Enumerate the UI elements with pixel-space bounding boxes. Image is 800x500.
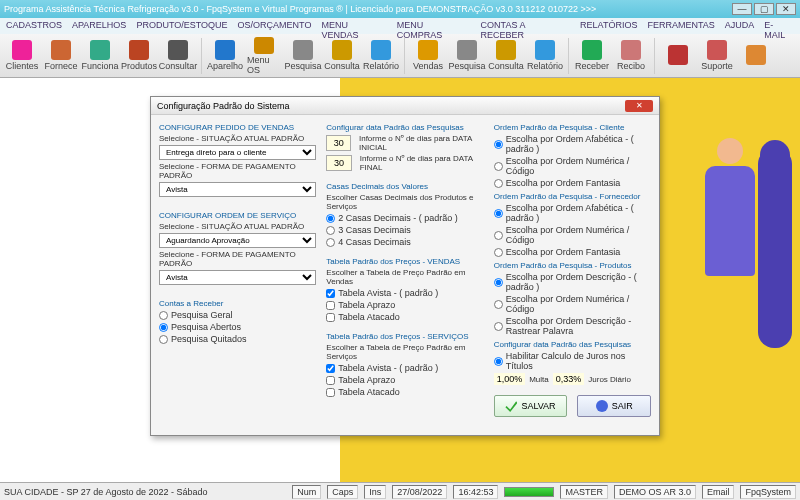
dias-final-input[interactable]: 30 [326,155,351,171]
toolbar-icon [129,40,149,60]
pesquisa-quitados-radio[interactable]: Pesquisa Quitados [159,334,316,344]
toolbar-aparelho[interactable]: Aparelho [207,36,243,76]
label: Escolher a Tabela de Preço Padrão em Ser… [326,343,483,361]
menu-bar: CADASTROSAPARELHOSPRODUTO/ESTOQUEOS/ORÇA… [0,18,800,34]
dias-inicial-input[interactable]: 30 [326,135,351,151]
toolbar-btn16[interactable] [660,36,696,76]
menu-item[interactable]: CADASTROS [6,20,62,32]
window-controls: — ▢ ✕ [732,3,796,15]
close-button[interactable]: ✕ [776,3,796,15]
toolbar-consulta[interactable]: Consulta [324,36,360,76]
status-version: DEMO OS AR 3.0 [614,485,696,499]
salvar-button[interactable]: SALVAR [494,395,568,417]
toolbar-icon [332,40,352,60]
toolbar-produtos[interactable]: Produtos [121,36,157,76]
menu-item[interactable]: CONTAS A RECEBER [481,20,570,32]
ordem-cliente-header: Ordem Padrão da Pesquisa - Cliente [494,123,651,132]
menu-item[interactable]: AJUDA [725,20,755,32]
cli-num-radio[interactable]: Escolha por Ordem Numérica / Código [494,156,651,176]
menu-item[interactable]: PRODUTO/ESTOQUE [136,20,227,32]
multa-value[interactable]: 1,00% [494,373,526,385]
forn-fant-radio[interactable]: Escolha por Ordem Fantasia [494,247,651,257]
menu-item[interactable]: OS/ORÇAMENTO [238,20,312,32]
menu-item[interactable]: E-MAIL [764,20,794,32]
ordem-prod-header: Ordem Padrão da Pesquisa - Produtos [494,261,651,270]
toolbar-btn18[interactable] [738,36,774,76]
tab-avista-v-check[interactable]: Tabela Avista - ( padrão ) [326,288,483,298]
casas3-radio[interactable]: 3 Casas Decimais [326,225,483,235]
situacao-vendas-select[interactable]: Entrega direto para o cliente [159,145,316,160]
toolbar-suporte[interactable]: Suporte [699,36,735,76]
ordem-forn-header: Ordem Padrão da Pesquisa - Fornecedor [494,192,651,201]
toolbar-funciona[interactable]: Funciona [82,36,118,76]
habilitar-juros-radio[interactable]: Habilitar Calculo de Juros nos Títulos [494,351,651,371]
label: Selecione - FORMA DE PAGAMENTO PADRÃO [159,162,316,180]
dialog-col-1: CONFIGURAR PEDIDO DE VENDAS Selecione - … [159,121,316,429]
tab-atacado-s-check[interactable]: Tabela Atacado [326,387,483,397]
toolbar-menu os[interactable]: Menu OS [246,36,282,76]
status-email[interactable]: Email [702,485,735,499]
label: Selecione - SITUAÇÃO ATUAL PADRÃO [159,222,316,231]
numlock-indicator: Num [292,485,321,499]
casas2-radio[interactable]: 2 Casas Decimais - ( padrão ) [326,213,483,223]
tabela-vendas-header: Tabela Padrão dos Preços - VENDAS [326,257,483,266]
menu-item[interactable]: FERRAMENTAS [647,20,714,32]
pesquisa-geral-radio[interactable]: Pesquisa Geral [159,310,316,320]
capslock-indicator: Caps [327,485,358,499]
prod-rastr-radio[interactable]: Escolha por Ordem Descrição - Rastrear P… [494,316,651,336]
dialog-close-button[interactable]: ✕ [625,100,653,112]
cli-fant-radio[interactable]: Escolha por Ordem Fantasia [494,178,651,188]
toolbar-consulta[interactable]: Consulta [488,36,524,76]
toolbar-consultar[interactable]: Consultar [160,36,196,76]
insert-indicator: Ins [364,485,386,499]
pagamento-vendas-select[interactable]: Avista [159,182,316,197]
forn-num-radio[interactable]: Escolha por Ordem Numérica / Código [494,225,651,245]
toolbar-icon [668,45,688,65]
toolbar-icon [293,40,313,60]
toolbar-pesquisa[interactable]: Pesquisa [449,36,485,76]
toolbar-relatório[interactable]: Relatório [527,36,563,76]
toolbar-icon [496,40,516,60]
tab-aprazo-v-check[interactable]: Tabela Aprazo [326,300,483,310]
forn-alfa-radio[interactable]: Escolha por Ordem Afabética - ( padrão ) [494,203,651,223]
window-titlebar: Programa Assistência Técnica Refrigeraçã… [0,0,800,18]
status-location: SUA CIDADE - SP 27 de Agosto de 2022 - S… [4,487,207,497]
juros-header: Configurar data Padrão das Pesquisas [494,340,651,349]
toolbar-clientes[interactable]: Clientes [4,36,40,76]
vendas-header: CONFIGURAR PEDIDO DE VENDAS [159,123,316,132]
cli-alfa-radio[interactable]: Escolha por Ordem Afabética - ( padrão ) [494,134,651,154]
toolbar-vendas[interactable]: Vendas [410,36,446,76]
prod-num-radio[interactable]: Escolha por Ordem Numérica / Código [494,294,651,314]
menu-item[interactable]: MENU COMPRAS [397,20,471,32]
dialog-titlebar: Configuração Padrão do Sistema ✕ [151,97,659,115]
juros-value[interactable]: 0,33% [553,373,585,385]
toolbar-icon [418,40,438,60]
toolbar-receber[interactable]: Receber [574,36,610,76]
label: Escolher Casas Decimais dos Produtos e S… [326,193,483,211]
toolbar-icon [621,40,641,60]
menu-item[interactable]: APARELHOS [72,20,126,32]
menu-item[interactable]: MENU VENDAS [321,20,386,32]
sair-button[interactable]: SAIR [577,395,651,417]
toolbar-relatório[interactable]: Relatório [363,36,399,76]
menu-item[interactable]: RELATÓRIOS [580,20,637,32]
check-icon [505,400,517,412]
pesquisa-abertos-radio[interactable]: Pesquisa Abertos [159,322,316,332]
tab-aprazo-s-check[interactable]: Tabela Aprazo [326,375,483,385]
toolbar-icon [12,40,32,60]
toolbar-icon [457,40,477,60]
situacao-os-select[interactable]: Aguardando Aprovação [159,233,316,248]
pagamento-os-select[interactable]: Avista [159,270,316,285]
label: Escolher a Tabela de Preço Padrão em Ven… [326,268,483,286]
minimize-button[interactable]: — [732,3,752,15]
label: Selecione - FORMA DE PAGAMENTO PADRÃO [159,250,316,268]
dialog-title: Configuração Padrão do Sistema [157,101,290,111]
casas4-radio[interactable]: 4 Casas Decimais [326,237,483,247]
toolbar-pesquisa[interactable]: Pesquisa [285,36,321,76]
toolbar-recibo[interactable]: Recibo [613,36,649,76]
prod-desc-radio[interactable]: Escolha por Ordem Descrição - ( padrão ) [494,272,651,292]
tab-avista-s-check[interactable]: Tabela Avista - ( padrão ) [326,363,483,373]
tab-atacado-v-check[interactable]: Tabela Atacado [326,312,483,322]
maximize-button[interactable]: ▢ [754,3,774,15]
toolbar-fornece[interactable]: Fornece [43,36,79,76]
